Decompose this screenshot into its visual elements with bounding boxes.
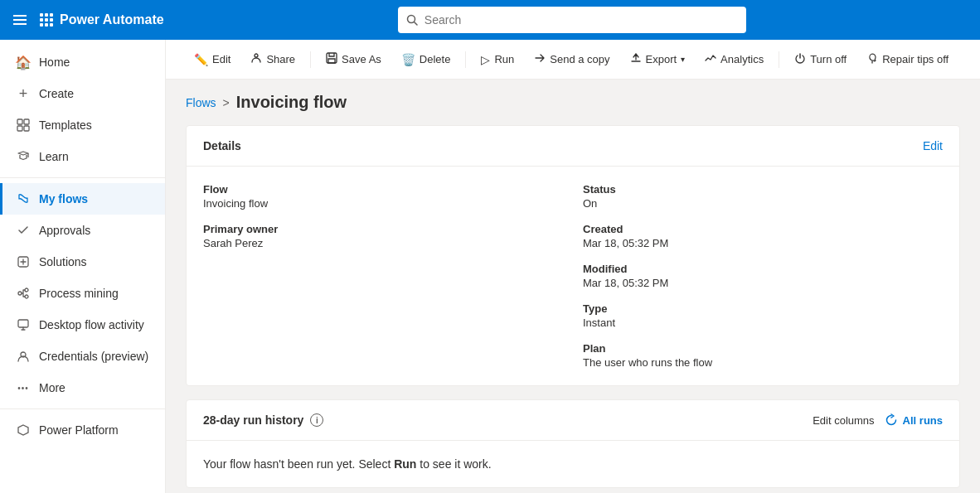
toolbar-separator-3 (779, 51, 779, 68)
breadcrumb-separator: > (223, 96, 230, 109)
templates-icon (16, 118, 31, 133)
run-history-actions: Edit columns All runs (813, 413, 943, 427)
sidebar-item-more[interactable]: ••• More (0, 372, 165, 404)
share-icon (250, 52, 262, 66)
sidebar-item-approvals[interactable]: Approvals (0, 215, 165, 246)
sendcopy-icon (534, 52, 546, 66)
sidebar: 🏠 Home + Create Templates Learn My flows (0, 40, 166, 493)
export-button[interactable]: Export ▾ (622, 47, 694, 71)
search-bar[interactable] (398, 7, 746, 33)
detail-created-label: Created (583, 223, 943, 235)
sidebar-item-templates[interactable]: Templates (0, 109, 165, 141)
sidebar-item-label: Process mining (39, 287, 119, 300)
sidebar-item-credentials[interactable]: Credentials (preview) (0, 341, 165, 372)
all-runs-button[interactable]: All runs (885, 413, 943, 427)
detail-status-label: Status (583, 183, 943, 196)
sidebar-item-label: Approvals (39, 224, 90, 237)
toolbar-separator-2 (465, 51, 466, 68)
hamburger-button[interactable] (10, 12, 30, 28)
sidebar-item-processmining[interactable]: Process mining (0, 278, 165, 309)
share-button[interactable]: Share (242, 47, 303, 71)
sidebar-item-label: My flows (39, 192, 88, 205)
edit-button[interactable]: ✏️ Edit (186, 48, 239, 71)
sidebar-item-home[interactable]: 🏠 Home (0, 46, 165, 78)
sidebar-divider-2 (0, 408, 165, 409)
sidebar-item-create[interactable]: + Create (0, 78, 165, 109)
export-icon (630, 52, 642, 66)
saveas-button[interactable]: Save As (318, 47, 390, 71)
delete-button[interactable]: 🗑️ Delete (393, 48, 459, 71)
more-icon: ••• (16, 380, 31, 395)
svg-point-12 (255, 54, 258, 57)
detail-modified-value: Mar 18, 05:32 PM (583, 277, 943, 289)
credentials-icon (16, 349, 31, 364)
run-history-card: 28-day run history i Edit columns All ru… (186, 399, 960, 488)
sidebar-item-label: Credentials (preview) (39, 350, 148, 363)
run-history-header: 28-day run history i Edit columns All ru… (187, 400, 959, 441)
detail-created: Created Mar 18, 05:32 PM (583, 223, 943, 249)
run-history-info-icon[interactable]: i (310, 413, 323, 427)
run-history-title: 28-day run history (203, 413, 303, 427)
app-name: Power Automate (60, 12, 164, 27)
run-history-body: Your flow hasn't been run yet. Select Ru… (187, 441, 959, 487)
sidebar-item-learn[interactable]: Learn (0, 141, 165, 172)
detail-modified: Modified Mar 18, 05:32 PM (583, 263, 943, 289)
search-icon (406, 14, 418, 26)
turnoff-button[interactable]: Turn off (786, 47, 855, 71)
approvals-icon (16, 223, 31, 238)
details-card: Details Edit Flow Invoicing flow (186, 125, 960, 386)
run-icon: ▷ (481, 53, 490, 66)
breadcrumb-flows-link[interactable]: Flows (186, 96, 216, 109)
repairtips-button[interactable]: Repair tips off (858, 47, 957, 71)
sidebar-item-label: Desktop flow activity (39, 318, 144, 331)
detail-owner-label: Primary owner (203, 223, 563, 235)
edit-columns-button[interactable]: Edit columns (813, 414, 874, 427)
detail-type-value: Instant (583, 317, 943, 329)
detail-plan-label: Plan (583, 342, 943, 355)
run-history-message-suffix: to see it work. (416, 457, 491, 471)
detail-plan: Plan The user who runs the flow (583, 342, 943, 369)
sendcopy-button[interactable]: Send a copy (526, 47, 618, 71)
details-card-body: Flow Invoicing flow Primary owner Sarah … (187, 167, 959, 385)
svg-rect-9 (18, 320, 28, 327)
details-edit-button[interactable]: Edit (923, 139, 943, 152)
breadcrumb: Flows > Invoicing flow (186, 93, 960, 112)
detail-flow-value: Invoicing flow (203, 197, 563, 210)
app-logo: Power Automate (40, 12, 164, 27)
run-history-message-prefix: Your flow hasn't been run yet. Select (203, 457, 394, 471)
detail-type: Type Instant (583, 302, 943, 329)
detail-modified-label: Modified (583, 263, 943, 275)
edit-icon: ✏️ (194, 53, 208, 66)
detail-plan-value: The user who runs the flow (583, 356, 943, 369)
details-card-header: Details Edit (187, 126, 959, 167)
app-layout: 🏠 Home + Create Templates Learn My flows (0, 40, 980, 493)
solutions-icon (16, 254, 31, 269)
top-nav: Power Automate (0, 0, 980, 40)
run-button[interactable]: ▷ Run (473, 48, 522, 71)
sidebar-item-label: Home (39, 56, 70, 69)
sidebar-item-myflows[interactable]: My flows (0, 183, 165, 215)
powerplatform-icon (16, 423, 31, 437)
sidebar-item-powerplatform[interactable]: Power Platform (0, 414, 165, 446)
delete-icon: 🗑️ (401, 53, 415, 66)
refresh-icon (885, 413, 898, 427)
details-left-section: Flow Invoicing flow Primary owner Sarah … (203, 183, 563, 369)
detail-flow-label: Flow (203, 183, 563, 196)
home-icon: 🏠 (16, 55, 31, 70)
search-input[interactable] (425, 13, 738, 27)
detail-owner-value: Sarah Perez (203, 237, 563, 249)
sidebar-item-desktopflow[interactable]: Desktop flow activity (0, 309, 165, 341)
analytics-button[interactable]: Analytics (696, 47, 772, 71)
run-history-message-keyword: Run (394, 457, 416, 471)
detail-created-value: Mar 18, 05:32 PM (583, 237, 943, 249)
saveas-icon (326, 52, 337, 66)
content-area: Flows > Invoicing flow Details Edit (166, 80, 980, 493)
svg-marker-11 (18, 425, 28, 435)
svg-rect-3 (17, 126, 22, 131)
sidebar-item-label: Solutions (39, 255, 87, 268)
right-panel: ✏️ Edit Share Save As 🗑️ Delete (166, 40, 980, 493)
svg-rect-1 (17, 119, 22, 124)
breadcrumb-current: Invoicing flow (236, 93, 347, 112)
sidebar-item-solutions[interactable]: Solutions (0, 246, 165, 278)
detail-flow: Flow Invoicing flow (203, 183, 563, 210)
